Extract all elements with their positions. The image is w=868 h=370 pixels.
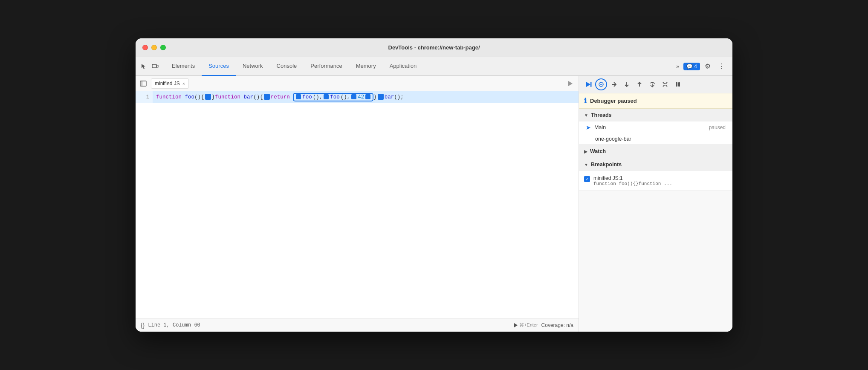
threads-section: ▼ Threads ➤ Main paused one-google-bar [579, 109, 732, 145]
threads-label: Threads [591, 112, 612, 118]
bp-marker-b [324, 94, 329, 99]
info-icon: ℹ [584, 97, 587, 105]
threads-collapse-icon: ▼ [584, 113, 588, 118]
tabs-divider [163, 61, 163, 72]
tab-elements[interactable]: Elements [165, 57, 202, 76]
format-icon[interactable]: {} [141, 322, 145, 329]
threads-section-header[interactable]: ▼ Threads [579, 109, 732, 121]
debugger-paused-text: Debugger paused [590, 98, 637, 104]
thread-item-google-bar[interactable]: one-google-bar [579, 133, 732, 145]
pretty-print-action[interactable] [565, 78, 575, 89]
svg-marker-4 [568, 81, 573, 86]
traffic-lights [142, 45, 166, 50]
svg-rect-1 [157, 65, 158, 67]
svg-rect-2 [140, 81, 146, 86]
devtools-window: DevTools - chrome://new-tab-page/ Elemen… [136, 38, 732, 332]
more-tabs-button[interactable]: » [674, 61, 682, 71]
tab-console[interactable]: Console [270, 57, 304, 76]
function-name-foo: foo [185, 94, 195, 100]
bp-marker-c [351, 94, 356, 99]
thread-main-status: paused [709, 124, 726, 130]
svg-rect-16 [662, 84, 668, 85]
disable-breakpoints-button[interactable] [659, 78, 671, 90]
breakpoint-marker-2 [264, 94, 270, 100]
main-area: minified JS × 1 [136, 76, 732, 332]
thread-google-bar-name: one-google-bar [586, 136, 726, 142]
device-toggle-icon[interactable] [149, 61, 161, 72]
bp-marker-a [296, 94, 301, 99]
tab-sources[interactable]: Sources [202, 57, 236, 76]
svg-rect-0 [152, 64, 156, 68]
breakpoints-section-header[interactable]: ▼ Breakpoints [579, 158, 732, 171]
file-tab-name: minified JS [155, 81, 180, 87]
keyword-function-1: function [156, 94, 182, 100]
resume-button[interactable] [582, 78, 594, 90]
thread-item-main[interactable]: ➤ Main paused [579, 121, 732, 133]
run-shortcut: ⌘+Enter [519, 322, 538, 328]
function-name-bar: bar [244, 94, 254, 100]
messages-badge[interactable]: 💬 4 [683, 63, 700, 70]
step-over-button[interactable] [608, 78, 620, 90]
thread-arrow-icon: ➤ [586, 124, 591, 131]
breakpoints-list: ✓ minified JS:1 function foo(){}function… [579, 171, 732, 191]
breakpoint-content-1: minified JS:1 function foo(){}function .… [593, 175, 672, 186]
maximize-button[interactable] [160, 45, 166, 50]
right-panel: ℹ Debugger paused ▼ Threads ➤ Main pause… [579, 76, 732, 332]
breakpoint-marker-3 [378, 94, 384, 100]
svg-marker-12 [654, 82, 655, 84]
sidebar-toggle-icon[interactable] [139, 79, 148, 88]
watch-expand-icon: ▶ [584, 149, 587, 154]
tab-application[interactable]: Application [383, 57, 424, 76]
code-content-1: function foo (){ } function bar (){ retu [153, 93, 407, 101]
breakpoints-section: ▼ Breakpoints ✓ minified JS:1 function f… [579, 158, 732, 191]
svg-rect-17 [676, 82, 677, 87]
svg-marker-5 [586, 82, 590, 87]
watch-section: ▶ Watch [579, 145, 732, 158]
run-triangle-icon [514, 323, 518, 327]
file-tab-close-icon[interactable]: × [182, 81, 185, 86]
step-into-button[interactable] [621, 78, 633, 90]
more-options-icon[interactable]: ⋮ [715, 61, 727, 72]
cursor-position: Line 1, Column 60 [148, 322, 200, 328]
file-tab-minified-js[interactable]: minified JS × [151, 78, 189, 89]
devtools-container: Elements Sources Network Console Perform… [136, 57, 732, 332]
threads-list: ➤ Main paused one-google-bar [579, 121, 732, 145]
debugger-paused-banner: ℹ Debugger paused [579, 93, 732, 109]
breakpoint-checkbox-1[interactable]: ✓ [584, 176, 590, 182]
deactivate-breakpoints-button[interactable] [595, 78, 607, 90]
svg-rect-18 [678, 82, 680, 87]
line-number-1: 1 [136, 91, 153, 103]
bp-marker-d [365, 94, 370, 99]
pause-on-exceptions-button[interactable] [672, 78, 684, 90]
breakpoints-label: Breakpoints [591, 162, 622, 168]
close-button[interactable] [142, 45, 148, 50]
call-bar: bar [385, 94, 394, 100]
watch-section-header[interactable]: ▶ Watch [579, 145, 732, 158]
code-editor[interactable]: 1 function foo (){ } function bar [136, 91, 579, 318]
step-button[interactable] [646, 78, 658, 90]
breakpoint-marker-1 [205, 94, 211, 100]
file-bar: minified JS × [136, 76, 579, 91]
chat-icon: 💬 [686, 64, 693, 69]
minimize-button[interactable] [151, 45, 157, 50]
tab-memory[interactable]: Memory [349, 57, 383, 76]
tab-network[interactable]: Network [236, 57, 270, 76]
cursor-icon[interactable] [137, 61, 149, 72]
settings-icon[interactable]: ⚙ [702, 61, 714, 72]
keyword-function-2: function [215, 94, 240, 100]
breakpoints-collapse-icon: ▼ [584, 162, 588, 167]
tab-performance[interactable]: Performance [304, 57, 349, 76]
breakpoint-item-1: ✓ minified JS:1 function foo(){}function… [579, 173, 732, 188]
breakpoint-code: function foo(){}function ... [593, 181, 672, 186]
step-out-button[interactable] [634, 78, 645, 90]
coverage-text: Coverage: n/a [541, 322, 573, 328]
status-bar: {} Line 1, Column 60 ⌘+Enter Coverage: n… [136, 318, 579, 332]
left-panel: minified JS × 1 [136, 76, 579, 332]
debugger-toolbar [579, 76, 732, 93]
watch-label: Watch [590, 148, 606, 154]
breakpoint-file: minified JS:1 [593, 175, 672, 181]
window-title: DevTools - chrome://new-tab-page/ [388, 44, 480, 51]
tabs-bar: Elements Sources Network Console Perform… [136, 57, 732, 76]
highlighted-calls: foo (), foo (), 42 [293, 93, 373, 101]
run-button[interactable]: ⌘+Enter [514, 322, 538, 328]
